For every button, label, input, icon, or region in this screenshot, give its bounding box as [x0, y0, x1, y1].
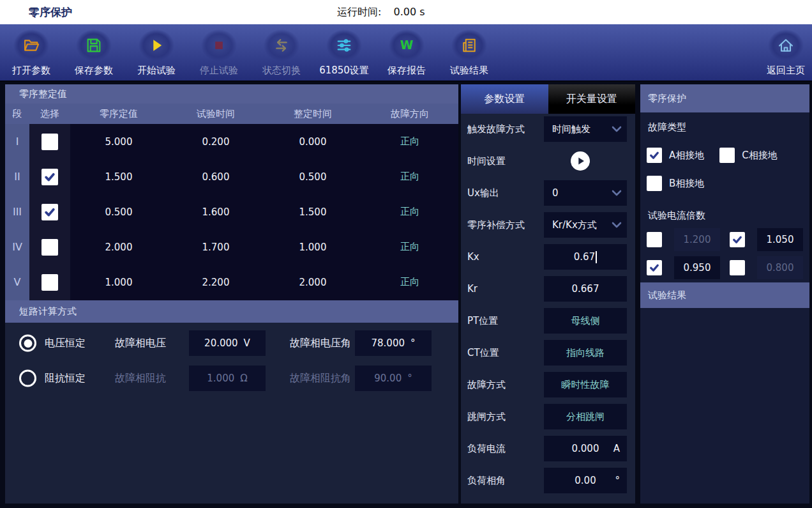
- short-circuit-title: 短路计算方式: [19, 305, 77, 318]
- phase-c-ground-checkbox[interactable]: [719, 148, 735, 163]
- trigger-mode-dropdown[interactable]: 时间触发: [544, 116, 627, 142]
- open-folder-icon: [13, 29, 49, 61]
- zeroseq-value-cell[interactable]: 1.500: [70, 171, 167, 183]
- field-unit: V: [244, 337, 250, 349]
- trip-mode-button[interactable]: 分相跳闸: [544, 404, 627, 429]
- row-select-checkbox[interactable]: [41, 169, 58, 185]
- phase-a-ground-label: A相接地: [669, 150, 704, 162]
- multiple-value: 0.800: [767, 262, 794, 273]
- setting-time-cell[interactable]: 1.000: [264, 242, 361, 253]
- voltage-constant-radio[interactable]: [19, 335, 36, 352]
- settings-table-header: 零序整定值: [5, 84, 458, 104]
- open-params-button[interactable]: 打开参数: [0, 24, 63, 81]
- time-setting-row: 时间设置: [461, 148, 635, 174]
- mode-label: 电压恒定: [45, 337, 86, 350]
- fault-direction-cell[interactable]: 正向: [361, 171, 458, 183]
- trigger-mode-row: 触发故障方式 时间触发: [461, 116, 635, 142]
- test-time-cell[interactable]: 1.700: [167, 242, 264, 253]
- page-title: 零序保护: [29, 0, 72, 24]
- test-results-button[interactable]: 试验结果: [438, 24, 500, 81]
- multiple-0800-input[interactable]: 0.800: [757, 256, 803, 279]
- load-current-input[interactable]: 0.000 A: [544, 436, 627, 461]
- row-select-checkbox[interactable]: [41, 274, 58, 291]
- fault-voltage-input[interactable]: 20.000 V: [189, 330, 266, 356]
- impedance-constant-radio[interactable]: [19, 370, 36, 387]
- fault-impedance-input[interactable]: 1.000 Ω: [189, 366, 266, 391]
- toolbar-button-label: 停止试验: [188, 65, 250, 77]
- phase-b-ground-label: B相接地: [669, 178, 704, 190]
- multiple-0800-checkbox[interactable]: [730, 260, 745, 275]
- dropdown-value: 时间触发: [552, 123, 590, 135]
- test-time-cell[interactable]: 1.600: [167, 206, 264, 218]
- setting-time-cell[interactable]: 0.500: [264, 171, 361, 183]
- time-setting-play-button[interactable]: [571, 151, 590, 171]
- multiple-1050-checkbox[interactable]: [730, 232, 745, 247]
- compensation-mode-dropdown[interactable]: Kr/Kx方式: [544, 212, 627, 238]
- test-time-cell[interactable]: 2.200: [167, 277, 264, 288]
- save-report-button[interactable]: W 保存报告: [375, 24, 438, 81]
- load-angle-label: 负荷相角: [467, 475, 506, 487]
- setting-time-cell[interactable]: 2.000: [264, 277, 361, 288]
- ux-output-dropdown[interactable]: 0: [544, 180, 627, 206]
- toolbar: 打开参数 保存参数 开始试验: [0, 24, 812, 82]
- ct-position-button[interactable]: 指向线路: [544, 340, 627, 366]
- fault-voltage-angle-input[interactable]: 78.000 °: [355, 330, 432, 356]
- kr-label: Kr: [467, 283, 477, 295]
- pt-position-button[interactable]: 母线侧: [544, 308, 627, 334]
- multiple-1200-input[interactable]: 1.200: [674, 228, 720, 251]
- fault-impedance-angle-label: 故障相阻抗角: [290, 372, 351, 385]
- test-time-cell[interactable]: 0.200: [167, 136, 264, 148]
- switch-arrows-icon: [264, 29, 299, 61]
- tab-parameter-settings[interactable]: 参数设置: [461, 84, 548, 114]
- chevron-down-icon: [612, 126, 622, 132]
- runtime-label: 运行时间:: [337, 6, 381, 18]
- row-select-checkbox[interactable]: [41, 204, 58, 220]
- load-angle-input[interactable]: 0.00 °: [544, 468, 627, 493]
- multiple-0950-input[interactable]: 0.950: [674, 256, 720, 279]
- sliders-icon: [326, 29, 362, 61]
- col-header-test-time: 试验时间: [167, 108, 264, 120]
- col-header-segment: 段: [5, 108, 29, 120]
- save-params-button[interactable]: 保存参数: [63, 24, 125, 81]
- setting-time-cell[interactable]: 0.000: [264, 136, 361, 148]
- row-select-checkbox[interactable]: [41, 239, 58, 256]
- fault-mode-button[interactable]: 瞬时性故障: [544, 372, 627, 397]
- fault-mode-row: 故障方式 瞬时性故障: [461, 372, 635, 397]
- zeroseq-value-cell[interactable]: 0.500: [70, 206, 167, 218]
- voltage-constant-row: 电压恒定 故障相电压 20.000 V 故障相电压角 78.000 °: [5, 330, 458, 356]
- kx-input[interactable]: 0.67: [544, 244, 627, 270]
- home-button[interactable]: 返回主页: [755, 24, 812, 81]
- phase-a-ground-checkbox[interactable]: [647, 148, 662, 163]
- fault-direction-cell[interactable]: 正向: [361, 135, 458, 148]
- start-test-button[interactable]: 开始试验: [125, 24, 188, 81]
- w-letter-icon: W: [389, 29, 425, 61]
- pt-position-label: PT位置: [467, 315, 498, 327]
- zeroseq-value-cell[interactable]: 1.000: [70, 277, 167, 288]
- col-header-select: 选择: [29, 108, 70, 120]
- input-unit: °: [615, 475, 620, 486]
- time-setting-label: 时间设置: [467, 155, 506, 167]
- multiple-1200-checkbox[interactable]: [647, 232, 662, 247]
- load-angle-row: 负荷相角 0.00 °: [461, 468, 635, 493]
- test-time-cell[interactable]: 0.600: [167, 171, 264, 183]
- table-row: II 1.500 0.600 0.500 正向: [5, 159, 458, 194]
- iec61850-settings-button[interactable]: 61850设置: [313, 24, 375, 81]
- multiple-1050-input[interactable]: 1.050: [757, 228, 803, 251]
- zeroseq-value-cell[interactable]: 2.000: [70, 242, 167, 253]
- multiple-0950-checkbox[interactable]: [647, 260, 662, 275]
- segment-label: IV: [5, 241, 29, 253]
- fault-impedance-angle-input[interactable]: 90.00 °: [355, 366, 432, 391]
- row-select-checkbox[interactable]: [41, 134, 58, 150]
- zeroseq-value-cell[interactable]: 5.000: [70, 136, 167, 148]
- parameter-panel: 参数设置 开关量设置 触发故障方式 时间触发 时间设置 Ux输出 0: [461, 84, 635, 504]
- ct-position-label: CT位置: [467, 347, 499, 359]
- input-value: 0.00: [575, 475, 596, 486]
- fault-direction-cell[interactable]: 正向: [361, 206, 458, 218]
- tab-switch-settings[interactable]: 开关量设置: [548, 84, 636, 114]
- kr-input[interactable]: 0.667: [544, 276, 627, 302]
- app-window: 零序保护 运行时间: 0.00 s 打开参数: [0, 0, 812, 508]
- setting-time-cell[interactable]: 1.500: [264, 206, 361, 218]
- fault-direction-cell[interactable]: 正向: [361, 276, 458, 288]
- fault-direction-cell[interactable]: 正向: [361, 241, 458, 253]
- phase-b-ground-checkbox[interactable]: [647, 176, 662, 191]
